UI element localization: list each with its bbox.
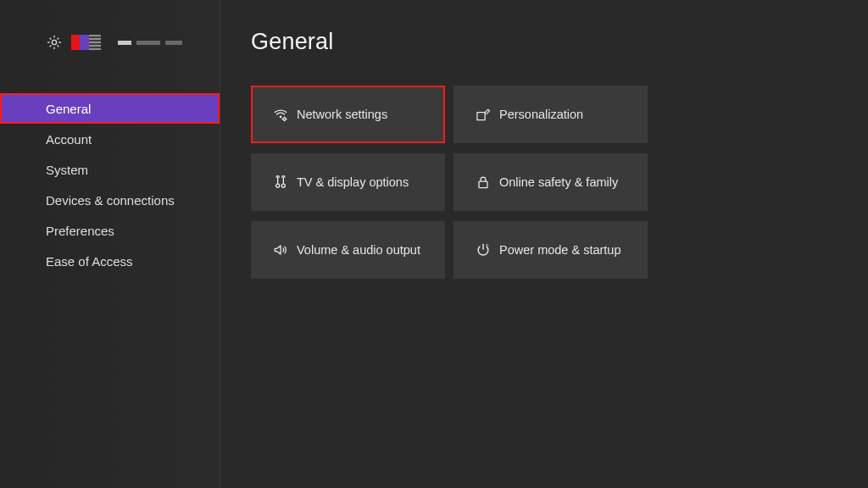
sidebar-item-ease-of-access[interactable]: Ease of Access	[0, 246, 220, 276]
svg-point-4	[276, 184, 280, 187]
profile-avatar	[71, 33, 101, 52]
svg-rect-3	[477, 113, 485, 120]
network-icon	[268, 106, 293, 123]
sidebar-item-general[interactable]: General	[0, 93, 220, 124]
tile-power-mode[interactable]: Power mode & startup	[453, 221, 648, 279]
sidebar-item-preferences[interactable]: Preferences	[0, 215, 220, 246]
display-icon	[268, 174, 293, 191]
tile-label: Personalization	[499, 108, 583, 121]
tile-label: Volume & audio output	[297, 243, 420, 257]
audio-icon	[268, 241, 293, 258]
tile-tv-display[interactable]: TV & display options	[251, 153, 445, 211]
sidebar-item-label: Devices & connections	[46, 193, 175, 208]
personalization-icon	[470, 106, 496, 123]
svg-point-1	[280, 116, 282, 119]
sidebar-item-label: General	[46, 102, 91, 116]
sidebar-item-label: Ease of Access	[46, 254, 133, 269]
power-icon	[470, 241, 496, 258]
gear-icon	[46, 34, 63, 51]
settings-screen: General Account System Devices & connect…	[0, 0, 868, 488]
tile-label: TV & display options	[297, 175, 409, 189]
page-title: General	[251, 29, 868, 55]
tile-label: Power mode & startup	[499, 243, 620, 257]
sidebar-item-label: Preferences	[46, 224, 114, 238]
sidebar-header	[46, 25, 220, 59]
sidebar-item-system[interactable]: System	[0, 154, 220, 185]
sidebar-item-devices[interactable]: Devices & connections	[0, 185, 220, 215]
sidebar: General Account System Devices & connect…	[0, 0, 220, 488]
tile-label: Network settings	[297, 108, 387, 121]
lock-icon	[470, 174, 496, 191]
tile-grid: Network settings Personalization	[251, 86, 868, 279]
tile-label: Online safety & family	[499, 175, 618, 189]
sidebar-item-label: System	[46, 163, 88, 177]
tile-network-settings[interactable]: Network settings	[251, 86, 445, 143]
tile-personalization[interactable]: Personalization	[453, 86, 648, 143]
sidebar-item-label: Account	[46, 132, 92, 147]
svg-point-5	[281, 184, 285, 187]
sidebar-item-account[interactable]: Account	[0, 124, 220, 154]
tile-volume-audio[interactable]: Volume & audio output	[251, 221, 445, 279]
main-panel: General Network settings	[220, 0, 868, 488]
sidebar-nav: General Account System Devices & connect…	[0, 93, 220, 276]
profile-name-redacted	[118, 41, 182, 45]
svg-rect-6	[479, 181, 487, 188]
tile-online-safety[interactable]: Online safety & family	[453, 153, 648, 211]
svg-point-0	[52, 40, 56, 44]
